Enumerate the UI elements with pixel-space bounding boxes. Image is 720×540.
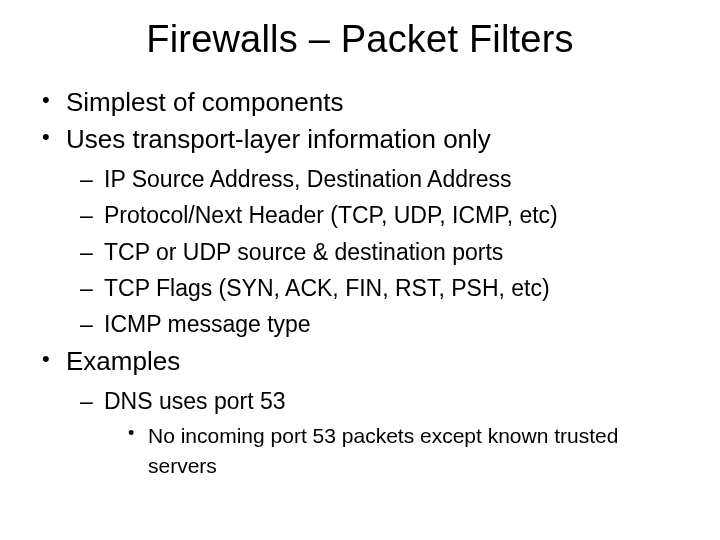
- sub-sub-bullet-text: No incoming port 53 packets except known…: [148, 424, 618, 476]
- sub-bullet-item: TCP Flags (SYN, ACK, FIN, RST, PSH, etc): [80, 272, 692, 304]
- sub-bullet-item: ICMP message type: [80, 308, 692, 340]
- sub-bullet-item: DNS uses port 53 No incoming port 53 pac…: [80, 385, 692, 480]
- bullet-item: Simplest of components: [38, 85, 692, 120]
- sub-bullet-text: TCP Flags (SYN, ACK, FIN, RST, PSH, etc): [104, 275, 550, 301]
- bullet-text: Examples: [66, 346, 180, 376]
- sub-bullet-item: TCP or UDP source & destination ports: [80, 236, 692, 268]
- sub-sub-bullet-item: No incoming port 53 packets except known…: [126, 421, 692, 480]
- bullet-list-level1: Simplest of components Uses transport-la…: [28, 85, 692, 480]
- sub-bullet-item: IP Source Address, Destination Address: [80, 163, 692, 195]
- bullet-item: Examples DNS uses port 53 No incoming po…: [38, 344, 692, 480]
- sub-bullet-text: ICMP message type: [104, 311, 311, 337]
- sub-bullet-item: Protocol/Next Header (TCP, UDP, ICMP, et…: [80, 199, 692, 231]
- sub-bullet-text: TCP or UDP source & destination ports: [104, 239, 503, 265]
- bullet-text: Uses transport-layer information only: [66, 124, 491, 154]
- bullet-list-level3: No incoming port 53 packets except known…: [104, 421, 692, 480]
- bullet-list-level2: IP Source Address, Destination Address P…: [66, 163, 692, 340]
- slide-container: Firewalls – Packet Filters Simplest of c…: [0, 0, 720, 504]
- bullet-list-level2: DNS uses port 53 No incoming port 53 pac…: [66, 385, 692, 480]
- bullet-item: Uses transport-layer information only IP…: [38, 122, 692, 340]
- sub-bullet-text: DNS uses port 53: [104, 388, 286, 414]
- slide-title: Firewalls – Packet Filters: [28, 18, 692, 61]
- sub-bullet-text: Protocol/Next Header (TCP, UDP, ICMP, et…: [104, 202, 558, 228]
- sub-bullet-text: IP Source Address, Destination Address: [104, 166, 511, 192]
- bullet-text: Simplest of components: [66, 87, 343, 117]
